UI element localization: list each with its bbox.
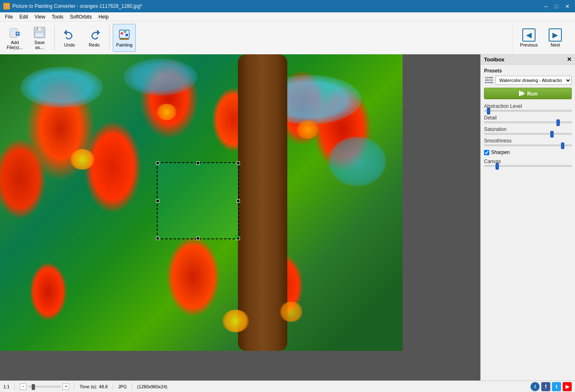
detail-slider-row: Detail xyxy=(484,115,572,123)
presets-row: Watercolor drawing - Abstractio Oil Pain… xyxy=(484,75,572,85)
svg-rect-1 xyxy=(10,28,14,32)
smoothness-thumb[interactable] xyxy=(561,142,564,149)
nav-area: ◀ Previous ▶ Next xyxy=(512,24,572,52)
time-value: 48.8 xyxy=(99,384,107,389)
handle-lm[interactable] xyxy=(156,199,159,203)
youtube-icon[interactable]: ▶ xyxy=(563,382,572,391)
canvas-thumb[interactable] xyxy=(496,163,499,170)
handle-bl[interactable] xyxy=(156,237,159,240)
redo-button[interactable]: Redo xyxy=(83,24,106,52)
previous-arrow-icon: ◀ xyxy=(522,28,535,42)
presets-label: Presets xyxy=(484,68,572,74)
save-as-button[interactable]: Save as... xyxy=(28,24,51,52)
facebook-icon[interactable]: f xyxy=(541,382,550,391)
handle-tr[interactable] xyxy=(237,161,240,165)
handle-tl[interactable] xyxy=(156,161,159,165)
sky-patch-3 xyxy=(123,58,198,96)
selection-rectangle[interactable] xyxy=(157,162,239,239)
add-files-button[interactable]: + Add File(s)... xyxy=(3,24,26,52)
abstraction-thumb[interactable] xyxy=(487,108,490,114)
minimize-button[interactable]: ─ xyxy=(541,2,550,11)
zoom-controls: − + xyxy=(20,383,69,390)
add-file-icon: + xyxy=(8,26,21,39)
menu-file[interactable]: File xyxy=(2,13,16,21)
status-div-2 xyxy=(74,383,74,390)
menu-edit[interactable]: Edit xyxy=(16,13,31,21)
title-left: 🎨 Picture to Painting Converter - orange… xyxy=(3,3,142,9)
twitter-icon[interactable]: t xyxy=(552,382,561,391)
fruit-highlight-3 xyxy=(296,120,319,139)
save-icon xyxy=(33,26,46,39)
canvas-image xyxy=(0,54,403,351)
toolbox-header: Toolbox ✕ xyxy=(481,54,575,65)
painting-button[interactable]: Painting xyxy=(113,24,136,52)
undo-label: Undo xyxy=(64,42,75,47)
detail-track[interactable] xyxy=(484,121,572,123)
painting-label: Painting xyxy=(116,42,133,47)
menu-softorbits[interactable]: SoftOrbits xyxy=(67,13,95,21)
sharpen-checkbox[interactable] xyxy=(484,150,489,155)
zoom-level: 1:1 xyxy=(3,384,9,389)
run-label: Run xyxy=(527,91,538,97)
window-controls: ─ □ ✕ xyxy=(541,2,572,11)
maximize-button[interactable]: □ xyxy=(552,2,561,11)
sky-patch-1 xyxy=(21,67,103,108)
format-section: JPG xyxy=(118,384,127,389)
svg-point-17 xyxy=(487,82,489,84)
zoom-out-button[interactable]: − xyxy=(20,383,26,390)
svg-text:+: + xyxy=(16,31,19,36)
saturation-thumb[interactable] xyxy=(550,131,554,138)
svg-point-9 xyxy=(121,32,123,35)
run-icon xyxy=(518,90,526,97)
presets-dropdown[interactable]: Watercolor drawing - Abstractio Oil Pain… xyxy=(496,76,572,85)
window-title: Picture to Painting Converter - oranges-… xyxy=(12,3,142,9)
handle-bm[interactable] xyxy=(196,237,200,240)
painting-icon xyxy=(118,28,131,42)
previous-button[interactable]: ◀ Previous xyxy=(517,24,540,52)
status-bar: 1:1 − + Time (s): 48.8 JPG (1280x960x24)… xyxy=(0,380,575,392)
status-div-3 xyxy=(113,383,113,390)
zoom-section: 1:1 xyxy=(3,384,9,389)
zoom-slider-track[interactable] xyxy=(28,386,61,387)
undo-button[interactable]: Undo xyxy=(58,24,81,52)
fruit-highlight-4 xyxy=(222,310,249,332)
smoothness-label: Smoothness xyxy=(484,138,572,144)
svg-point-16 xyxy=(489,79,491,81)
toolbar: + Add File(s)... Save as... Undo xyxy=(0,21,575,54)
svg-point-11 xyxy=(126,34,128,36)
zoom-thumb[interactable] xyxy=(32,384,35,390)
time-section: Time (s): 48.8 xyxy=(79,384,107,389)
toolbox-close-icon[interactable]: ✕ xyxy=(567,56,572,63)
detail-thumb[interactable] xyxy=(556,119,560,126)
canvas-area[interactable] xyxy=(0,54,480,380)
fruit-highlight-1 xyxy=(70,149,95,170)
sky-patch-4 xyxy=(328,137,386,186)
canvas-slider-row: Canvas xyxy=(484,159,572,167)
app-icon: 🎨 xyxy=(3,3,10,9)
image-dimensions: (1280x960x24) xyxy=(137,384,167,389)
sharpen-label[interactable]: Sharpen xyxy=(491,149,510,155)
dimensions-section: (1280x960x24) xyxy=(137,384,167,389)
svg-rect-6 xyxy=(35,33,44,37)
zoom-in-button[interactable]: + xyxy=(63,383,69,390)
toolbox-title: Toolbox xyxy=(484,56,505,63)
menu-tools[interactable]: Tools xyxy=(49,13,67,21)
menu-help[interactable]: Help xyxy=(95,13,112,21)
green-handle[interactable] xyxy=(235,235,238,238)
saturation-slider-row: Saturation xyxy=(484,126,572,135)
svg-point-15 xyxy=(487,77,489,79)
handle-tm[interactable] xyxy=(196,161,200,165)
saturation-track[interactable] xyxy=(484,133,572,135)
handle-rm[interactable] xyxy=(237,199,240,203)
abstraction-track[interactable] xyxy=(484,110,572,112)
svg-point-10 xyxy=(124,30,126,33)
info-button[interactable]: i xyxy=(531,382,540,391)
menu-view[interactable]: View xyxy=(31,13,49,21)
smoothness-slider-row: Smoothness xyxy=(484,138,572,146)
status-div-4 xyxy=(132,383,132,390)
smoothness-track[interactable] xyxy=(484,145,572,146)
close-button[interactable]: ✕ xyxy=(563,2,572,11)
run-button[interactable]: Run xyxy=(484,88,572,99)
canvas-track[interactable] xyxy=(484,165,572,167)
next-button[interactable]: ▶ Next xyxy=(544,24,567,52)
